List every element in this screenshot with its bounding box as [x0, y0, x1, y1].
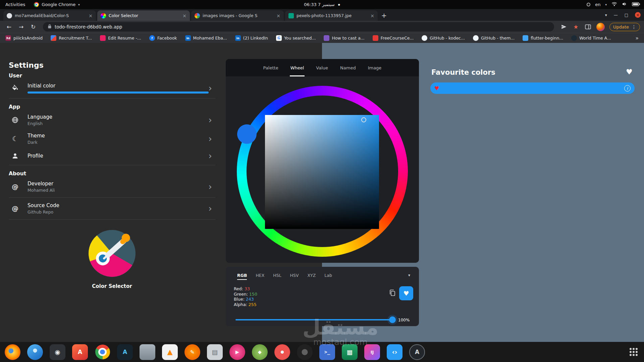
format-dropdown-chevron-icon[interactable]: ▾	[408, 273, 410, 278]
slider-knob[interactable]	[389, 316, 396, 323]
address-bar[interactable]: todo-firestore-d6bd0.web.app	[43, 22, 554, 32]
opacity-slider[interactable]	[235, 316, 395, 323]
tab-hsv[interactable]: HSV	[290, 273, 299, 280]
dock-screenshot-tool-icon[interactable]: ◉	[50, 344, 65, 360]
maximize-button[interactable]: □	[625, 13, 628, 17]
slider-track[interactable]	[235, 319, 395, 320]
system-tray[interactable]: en ▾	[587, 2, 640, 7]
dock-software-center-icon[interactable]: ◆	[252, 344, 268, 360]
tab-close-icon[interactable]: ×	[182, 13, 186, 18]
item-label: Developer	[28, 181, 55, 187]
dock-camera-icon[interactable]	[297, 344, 313, 360]
tab-close-icon[interactable]: ×	[89, 13, 93, 18]
dock-anydesk-icon[interactable]: A	[72, 344, 88, 360]
icon-glyph: ▤	[212, 348, 218, 356]
copy-icon[interactable]	[388, 289, 396, 298]
bookmark-item[interactable]: XdpiiicksAndroid	[5, 35, 43, 41]
dock-videos-icon[interactable]: ▶	[229, 344, 245, 360]
bookmarks-overflow-chevron[interactable]: »	[636, 35, 639, 41]
bookmark-item[interactable]: inMohamed Eba...	[185, 35, 227, 41]
bookmark-item[interactable]: GitHub - kodec...	[422, 35, 465, 41]
tab-xyz[interactable]: XYZ	[308, 273, 316, 280]
dock-media-player-icon[interactable]	[274, 344, 290, 360]
dock-chrome-icon[interactable]	[95, 344, 110, 360]
bookmark-item[interactable]: World Time A...	[571, 35, 611, 41]
saturation-value-square[interactable]	[265, 115, 379, 229]
dock-intellij-icon[interactable]: IJ	[364, 344, 380, 360]
browser-tab-google-images[interactable]: images images - Google S ×	[191, 10, 284, 21]
bookmark-item[interactable]: GYou searched...	[276, 35, 316, 41]
browser-tab-github[interactable]: mo7amedaliEbaid/Color-S ×	[3, 10, 96, 21]
bookmark-item[interactable]: How to cast a...	[324, 35, 364, 41]
browser-tab-pexels[interactable]: pexels-photo-1133957.jpe ×	[285, 10, 378, 21]
update-chrome-button[interactable]: Update ⋮	[609, 23, 640, 31]
menu-dots-icon[interactable]: ⋮	[632, 24, 636, 29]
settings-item-initial-color[interactable]: Initial color ›	[9, 79, 215, 97]
app-menu[interactable]: Google Chrome ▾	[34, 2, 80, 7]
tab-title: images images - Google S	[203, 13, 274, 18]
activities-button[interactable]: Activities	[5, 2, 25, 7]
show-applications-button[interactable]	[629, 348, 638, 356]
back-button[interactable]: ←	[4, 23, 14, 30]
settings-item-source-code[interactable]: @ Source Code Github Repo ›	[9, 199, 215, 218]
close-window-button[interactable]: ×	[635, 12, 641, 18]
tab-lab[interactable]: Lab	[324, 273, 332, 280]
tab-named[interactable]: Named	[340, 59, 356, 76]
bookmark-item[interactable]: Edit Resume -...	[100, 35, 141, 41]
dock-draw-tool-icon[interactable]: ✎	[184, 344, 200, 360]
settings-item-language[interactable]: Language English ›	[9, 111, 215, 129]
tab-hex[interactable]: HEX	[256, 273, 264, 280]
dock-spreadsheet-icon[interactable]: ▦	[342, 344, 358, 360]
hue-handle[interactable]	[237, 124, 257, 144]
profile-avatar[interactable]	[596, 23, 605, 31]
bookmark-item[interactable]: GitHub - them...	[473, 35, 515, 41]
bookmark-label: How to cast a...	[332, 36, 364, 41]
add-favourite-button[interactable]: ♥	[399, 286, 413, 300]
tab-palette[interactable]: Palette	[263, 59, 278, 76]
dock-terminal-icon[interactable]: >_	[319, 344, 335, 360]
tab-hsl[interactable]: HSL	[273, 273, 281, 280]
info-icon[interactable]: i	[624, 85, 631, 92]
dock-files-icon[interactable]	[140, 344, 155, 360]
dock-firefox-icon[interactable]	[5, 344, 20, 360]
tab-value[interactable]: Value	[316, 59, 328, 76]
sv-cursor[interactable]	[361, 117, 366, 122]
reload-button[interactable]: ↻	[28, 23, 38, 30]
side-panel-icon[interactable]	[583, 24, 593, 29]
tab-wheel[interactable]: Wheel	[290, 59, 304, 76]
initial-color-preview-bar[interactable]	[28, 92, 209, 94]
settings-item-theme[interactable]: ☾ Theme Dark ›	[9, 129, 215, 148]
tab-close-icon[interactable]: ×	[370, 13, 374, 18]
heart-icon[interactable]: ♥	[434, 85, 439, 92]
lock-icon[interactable]	[48, 24, 52, 30]
forward-button[interactable]: →	[16, 23, 26, 30]
tab-image[interactable]: Image	[368, 59, 382, 76]
bookmark-label: GitHub - kodec...	[430, 36, 465, 41]
dock-appimage-icon[interactable]: A	[409, 344, 425, 360]
bookmark-item[interactable]: flutter-beginn...	[523, 35, 563, 41]
settings-item-developer[interactable]: @ Developer Mohamed Ali ›	[9, 177, 215, 196]
browser-tab-color-selector[interactable]: Color Selector ×	[97, 10, 190, 21]
dock-vlc-icon[interactable]: ▲	[162, 344, 178, 360]
heart-icon[interactable]: ♥	[626, 68, 633, 76]
bookmark-item[interactable]: fFacebook	[149, 35, 177, 41]
send-icon[interactable]	[559, 24, 569, 30]
favourite-color-swatch[interactable]: ♥ i	[430, 82, 635, 94]
dock-vscode-icon[interactable]: ‹›	[387, 344, 402, 360]
bookmark-item[interactable]: in(2) LinkedIn	[235, 35, 268, 41]
dock-documents-icon[interactable]: ▤	[207, 344, 223, 360]
clock[interactable]: 06:33 سبتمبر 7 ●	[304, 2, 340, 7]
tab-search-chevron-icon[interactable]: ▾	[605, 13, 607, 17]
tab-close-icon[interactable]: ×	[276, 13, 280, 18]
new-tab-button[interactable]: +	[379, 10, 389, 20]
chevron-right-icon: ›	[209, 134, 212, 143]
bookmark-item[interactable]: Recruitment T...	[51, 35, 92, 41]
bookmark-star-icon[interactable]: ★	[571, 23, 581, 30]
color-selector-favicon	[101, 13, 106, 18]
dock-app-icon[interactable]: A	[117, 344, 133, 360]
bookmark-item[interactable]: FreeCourseCe...	[373, 35, 414, 41]
settings-item-profile[interactable]: Profile ›	[9, 148, 215, 164]
dock-web-browser-icon[interactable]	[27, 344, 43, 360]
minimize-button[interactable]: —	[614, 13, 618, 17]
tab-rgb[interactable]: RGB	[237, 273, 247, 280]
